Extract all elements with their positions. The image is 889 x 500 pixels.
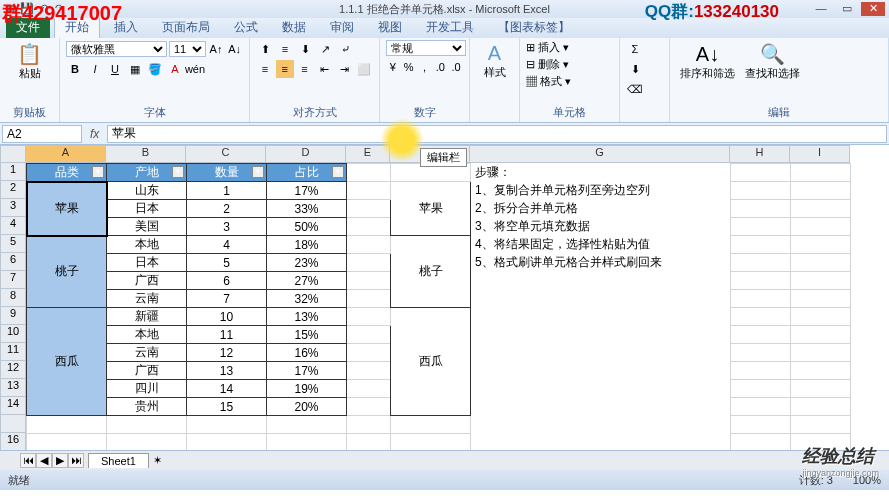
- cell[interactable]: [471, 290, 731, 308]
- cell[interactable]: [731, 362, 791, 380]
- cell[interactable]: [791, 398, 851, 416]
- row-header[interactable]: 9: [0, 307, 26, 325]
- wrap-text-icon[interactable]: ⤶: [336, 40, 354, 58]
- fx-icon[interactable]: fx: [84, 127, 105, 141]
- sheet-nav-last[interactable]: ⏭: [68, 453, 84, 468]
- cell[interactable]: 17%: [267, 182, 347, 200]
- cell[interactable]: 本地: [107, 236, 187, 254]
- increase-font-icon[interactable]: A↑: [208, 40, 225, 58]
- cell[interactable]: 2: [187, 200, 267, 218]
- border-button[interactable]: ▦: [126, 60, 144, 78]
- cell[interactable]: [27, 434, 107, 451]
- cell[interactable]: 新疆: [107, 308, 187, 326]
- cell[interactable]: [791, 182, 851, 200]
- cell[interactable]: [791, 254, 851, 272]
- cell[interactable]: 广西: [107, 272, 187, 290]
- cell[interactable]: 桃子: [27, 236, 107, 308]
- row-header[interactable]: 6: [0, 253, 26, 271]
- cell[interactable]: 23%: [267, 254, 347, 272]
- cell[interactable]: 12: [187, 344, 267, 362]
- underline-button[interactable]: U: [106, 60, 124, 78]
- currency-icon[interactable]: ¥: [386, 58, 400, 76]
- row-header[interactable]: 5: [0, 235, 26, 253]
- cell[interactable]: [731, 308, 791, 326]
- dec-decimal-icon[interactable]: .0: [449, 58, 463, 76]
- cell[interactable]: 15%: [267, 326, 347, 344]
- bold-button[interactable]: B: [66, 60, 84, 78]
- align-middle-icon[interactable]: ≡: [276, 40, 294, 58]
- tab-chart[interactable]: 【图表标签】: [488, 17, 580, 38]
- row-header[interactable]: 10: [0, 325, 26, 343]
- fill-icon[interactable]: ⬇: [626, 60, 644, 78]
- cell[interactable]: [731, 182, 791, 200]
- orientation-icon[interactable]: ↗: [316, 40, 334, 58]
- cell[interactable]: 占比▾: [267, 164, 347, 182]
- tab-developer[interactable]: 开发工具: [416, 17, 484, 38]
- column-header[interactable]: I: [790, 145, 850, 163]
- cell[interactable]: 3、将空单元填充数据: [471, 218, 731, 236]
- format-cells-button[interactable]: ▦ 格式 ▾: [526, 74, 571, 89]
- cell[interactable]: [791, 164, 851, 182]
- column-header[interactable]: D: [266, 145, 346, 163]
- cell[interactable]: 本地: [107, 326, 187, 344]
- percent-icon[interactable]: %: [402, 58, 416, 76]
- tab-layout[interactable]: 页面布局: [152, 17, 220, 38]
- name-box[interactable]: [2, 125, 82, 143]
- cell[interactable]: [471, 272, 731, 290]
- cell[interactable]: 日本: [107, 254, 187, 272]
- row-header[interactable]: 4: [0, 217, 26, 235]
- cell[interactable]: 西瓜: [391, 308, 471, 416]
- cell[interactable]: [791, 344, 851, 362]
- cell[interactable]: 2、拆分合并单元格: [471, 200, 731, 218]
- cell[interactable]: [471, 434, 731, 451]
- cell[interactable]: [347, 218, 391, 236]
- cell[interactable]: [731, 380, 791, 398]
- minimize-button[interactable]: —: [809, 2, 833, 16]
- column-header[interactable]: B: [106, 145, 186, 163]
- font-size-combo[interactable]: 11: [169, 41, 206, 57]
- cell[interactable]: 云南: [107, 344, 187, 362]
- row-header[interactable]: 2: [0, 181, 26, 199]
- cell[interactable]: 13: [187, 362, 267, 380]
- cell[interactable]: 贵州: [107, 398, 187, 416]
- align-left-icon[interactable]: ≡: [256, 60, 274, 78]
- cell[interactable]: 美国: [107, 218, 187, 236]
- cell[interactable]: 5、格式刷讲单元格合并样式刷回来: [471, 254, 731, 272]
- cell[interactable]: [731, 398, 791, 416]
- cell[interactable]: 3: [187, 218, 267, 236]
- cell[interactable]: [107, 434, 187, 451]
- cell[interactable]: [347, 308, 391, 326]
- cell[interactable]: [347, 236, 391, 254]
- cell[interactable]: [347, 416, 391, 434]
- paste-button[interactable]: 📋粘贴: [6, 40, 53, 83]
- cell[interactable]: [471, 362, 731, 380]
- row-header[interactable]: 11: [0, 343, 26, 361]
- tab-formulas[interactable]: 公式: [224, 17, 268, 38]
- cell[interactable]: [347, 398, 391, 416]
- cell[interactable]: [471, 380, 731, 398]
- align-top-icon[interactable]: ⬆: [256, 40, 274, 58]
- new-sheet-button[interactable]: ✶: [153, 454, 162, 467]
- cell[interactable]: [731, 236, 791, 254]
- find-select-button[interactable]: 🔍查找和选择: [741, 40, 804, 83]
- indent-dec-icon[interactable]: ⇤: [315, 60, 333, 78]
- column-header[interactable]: H: [730, 145, 790, 163]
- tab-data[interactable]: 数据: [272, 17, 316, 38]
- cell[interactable]: 7: [187, 290, 267, 308]
- cell[interactable]: [791, 308, 851, 326]
- cell[interactable]: 广西: [107, 362, 187, 380]
- cell[interactable]: 17%: [267, 362, 347, 380]
- cell[interactable]: 11: [187, 326, 267, 344]
- cell[interactable]: 山东: [107, 182, 187, 200]
- cell[interactable]: 6: [187, 272, 267, 290]
- styles-button[interactable]: A样式: [476, 40, 513, 82]
- align-bottom-icon[interactable]: ⬇: [296, 40, 314, 58]
- cell[interactable]: [791, 416, 851, 434]
- cell[interactable]: [731, 434, 791, 451]
- cell[interactable]: 16%: [267, 344, 347, 362]
- tab-review[interactable]: 审阅: [320, 17, 364, 38]
- cell[interactable]: 4、将结果固定，选择性粘贴为值: [471, 236, 731, 254]
- cell[interactable]: [791, 326, 851, 344]
- sort-filter-button[interactable]: A↓排序和筛选: [676, 41, 739, 83]
- cell[interactable]: 日本: [107, 200, 187, 218]
